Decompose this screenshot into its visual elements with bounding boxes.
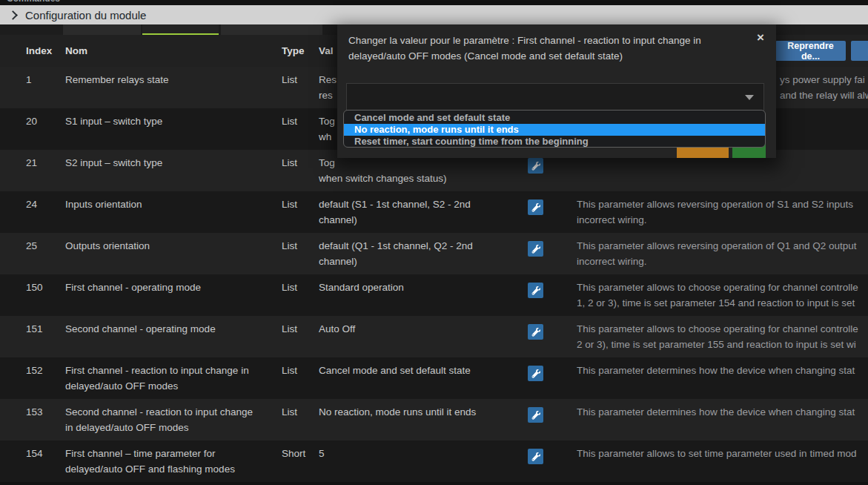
table-row: 154 First channel – time parameter forde…: [0, 441, 868, 482]
row-description: This parameter allows reversing operatio…: [577, 233, 856, 269]
select-option[interactable]: No reaction, mode runs until it ends: [344, 124, 765, 136]
row-name: Second channel - operating mode: [65, 316, 216, 337]
row-description: This parameter allows to choose operatin…: [577, 316, 858, 352]
chevron-right-icon: [8, 10, 18, 20]
row-description: This parameter allows to choose operatin…: [577, 274, 858, 311]
table-row: 150 First channel - operating mode List …: [0, 274, 868, 316]
column-header-value: Val: [319, 45, 334, 56]
wrench-icon: [531, 245, 540, 254]
row-value: default (Q1 - 1st channel, Q2 - 2ndchann…: [319, 233, 473, 269]
wrench-icon: [531, 203, 540, 212]
wrench-icon: [531, 369, 540, 378]
dialog-title-line1: Changer la valeur pour le paramètre : Fi…: [348, 33, 745, 48]
wrench-button[interactable]: [528, 241, 543, 257]
wrench-icon: [531, 162, 540, 171]
wrench-button[interactable]: [528, 199, 543, 215]
row-type: List: [282, 357, 297, 378]
wrench-icon: [531, 328, 540, 337]
row-index: 151: [26, 316, 43, 337]
row-value: Auto Off: [319, 316, 355, 337]
row-index: 1: [26, 67, 32, 88]
row-name: First channel - reaction to input change…: [65, 357, 249, 394]
row-name: Inputs orientation: [65, 191, 142, 212]
tab-segment[interactable]: [221, 24, 322, 35]
wrench-button[interactable]: [528, 449, 543, 464]
row-type: List: [282, 150, 297, 171]
table-row: 24 Inputs orientation List default (S1 -…: [0, 191, 868, 233]
row-type: List: [282, 399, 297, 420]
row-value: No reaction, mode runs until it ends: [319, 399, 476, 420]
row-name: S1 input – switch type: [65, 108, 162, 129]
row-name: S2 input – switch type: [65, 150, 162, 171]
dialog-title-line2: delayed/auto OFF modes (Cancel mode and …: [348, 48, 745, 64]
table-row: 25 Outputs orientation List default (Q1 …: [0, 233, 868, 274]
wrench-button[interactable]: [528, 407, 543, 423]
row-index: 152: [26, 357, 43, 378]
tab-segment[interactable]: [63, 24, 141, 35]
row-value: Standard operation: [319, 274, 404, 295]
row-description: This parameter determines how the device…: [577, 399, 855, 420]
column-header-type: Type: [282, 45, 305, 56]
row-index: 154: [26, 441, 43, 461]
row-type: List: [282, 108, 297, 129]
row-index: 150: [26, 274, 43, 295]
row-type: List: [282, 233, 297, 254]
row-index: 24: [26, 191, 37, 212]
row-name: Second channel - reaction to input chang…: [65, 399, 253, 435]
column-header-index: Index: [26, 45, 52, 56]
table-row: 152 First channel - reaction to input ch…: [0, 357, 868, 399]
select-option[interactable]: Reset timer, start counting time from th…: [344, 136, 765, 148]
section-header-configuration[interactable]: Configuration du module: [0, 5, 868, 24]
column-header-name: Nom: [65, 45, 87, 56]
copy-apply-button[interactable]: A: [851, 41, 868, 61]
row-type: List: [282, 316, 297, 337]
chevron-down-icon: [745, 95, 754, 100]
wrench-button[interactable]: [528, 158, 543, 174]
row-name: First channel - operating mode: [65, 274, 201, 295]
row-name: First channel – time parameter fordelaye…: [65, 441, 235, 477]
wrench-icon: [531, 286, 540, 295]
wrench-button[interactable]: [528, 366, 543, 381]
row-value: Resres: [319, 67, 337, 103]
change-value-dialog: Changer la valeur pour le paramètre : Fi…: [337, 24, 776, 158]
select-options-list: Cancel mode and set default stateNo reac…: [343, 110, 766, 148]
module-configuration-screen: Commandes Configuration du module Index …: [0, 0, 868, 485]
resume-from-button[interactable]: Reprendre de...: [775, 41, 846, 61]
dialog-title: Changer la valeur pour le paramètre : Fi…: [348, 33, 745, 64]
row-index: 21: [26, 150, 37, 171]
row-description: ys power supply faiand the relay will al…: [780, 67, 868, 103]
wrench-icon: [531, 411, 540, 420]
row-index: 153: [26, 399, 43, 420]
wrench-button[interactable]: [528, 283, 543, 298]
row-name: Outputs orientation: [65, 233, 150, 254]
clipped-top-section: Commandes: [0, 0, 868, 5]
value-select[interactable]: [346, 83, 764, 111]
row-name: Remember relays state: [65, 67, 169, 88]
clipped-section-label: Commandes: [7, 0, 60, 4]
row-type: Short: [282, 441, 305, 461]
row-type: List: [282, 191, 297, 212]
row-description: This parameter allows to set time parame…: [577, 441, 856, 461]
row-value: Cancel mode and set default state: [319, 357, 471, 378]
row-type: List: [282, 274, 297, 295]
table-row: 153 Second channel - reaction to input c…: [0, 399, 868, 441]
row-index: 20: [26, 108, 37, 129]
close-icon[interactable]: ×: [757, 30, 764, 45]
wrench-icon: [531, 452, 540, 461]
wrench-button[interactable]: [528, 324, 543, 340]
resume-from-label: Reprendre de...: [780, 41, 841, 62]
row-description: This parameter allows reversing operatio…: [577, 191, 853, 228]
row-index: 25: [26, 233, 37, 254]
row-value: default (S1 - 1st channel, S2 - 2ndchann…: [319, 191, 471, 228]
row-value: Togwh: [319, 108, 335, 145]
section-title: Configuration du module: [25, 9, 146, 22]
select-option[interactable]: Cancel mode and set default state: [344, 112, 765, 124]
row-value: 5: [319, 441, 325, 461]
tab-segment-active[interactable]: [142, 24, 219, 35]
row-description: This parameter determines how the device…: [577, 357, 855, 378]
row-type: List: [282, 67, 297, 88]
table-row: 151 Second channel - operating mode List…: [0, 316, 868, 357]
next-row-edge: [0, 482, 868, 485]
